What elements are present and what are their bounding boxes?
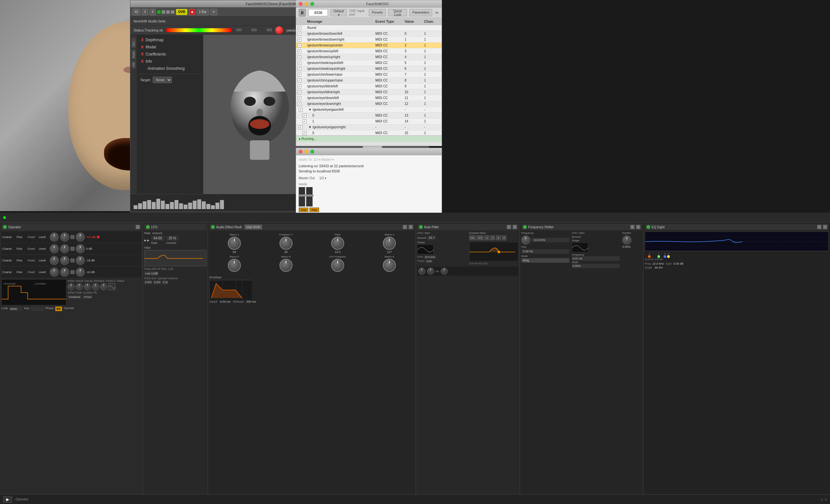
osc-row-checkbox[interactable]: ✓ [297, 85, 301, 88]
audio-fx-close[interactable]: × [403, 225, 407, 229]
presets-btn[interactable]: Presets [369, 9, 386, 16]
band2-dot[interactable] [658, 255, 660, 258]
send-fader-2[interactable] [306, 187, 313, 206]
port-input[interactable] [309, 9, 328, 16]
fine-knob-4[interactable] [60, 268, 69, 277]
fixed-check-1[interactable] [70, 235, 74, 239]
osc-row-checkbox[interactable]: ✓ [297, 102, 301, 106]
af-knob-3[interactable] [441, 268, 448, 275]
animation-smoothing-item[interactable]: Animation Smoothing [138, 65, 201, 72]
osc-row-checkbox[interactable]: ✓ [297, 43, 301, 47]
toolbar-num2[interactable]: 4 [142, 9, 148, 15]
freq-shifter-close2[interactable]: × [636, 225, 640, 229]
osc-row-checkbox[interactable]: ✓ [299, 108, 302, 112]
audio-fx-power[interactable] [211, 225, 215, 229]
beat-1-btn[interactable]: 1 [484, 235, 489, 240]
osc-table-body[interactable]: ✓/found✓/gesture/brows/down/leftMIDI CC0… [296, 25, 442, 135]
osc-table-row[interactable]: ✓/gesture/chin/upper/raiseMIDI CC81 [296, 78, 442, 83]
init-knob[interactable] [68, 283, 75, 290]
ovr-button[interactable]: OVR [176, 9, 188, 15]
osc-row-checkbox[interactable]: ✓ [302, 131, 307, 135]
auto-filter-power[interactable] [419, 225, 423, 229]
osc-table-row[interactable]: ✓0MIDI CC151 [296, 130, 442, 135]
post-btn-1[interactable]: Post [299, 207, 309, 212]
fader-2-handle[interactable] [306, 195, 314, 197]
osc-min-btn[interactable] [305, 2, 309, 6]
osc-row-checkbox[interactable]: ✓ [297, 49, 301, 53]
loop-select[interactable]: None [9, 307, 23, 311]
coarse-knob-4[interactable] [50, 268, 59, 277]
beat-0-5-btn[interactable]: 0.5 [477, 235, 484, 240]
osc-table-row[interactable]: ✓/gesture/eye/down/rightMIDI CC121 [296, 101, 442, 107]
parameters-btn[interactable]: Parameters [410, 9, 432, 16]
model-item[interactable]: X Model [138, 43, 201, 51]
osc-max-btn[interactable] [310, 2, 314, 6]
color-btn-green[interactable] [157, 10, 161, 14]
eq-eight-close2[interactable]: × [823, 225, 827, 229]
osc-table-row[interactable]: ✓▼ /gesture/eye/gaze/right--- [296, 124, 442, 130]
operator-close[interactable]: × [136, 225, 140, 229]
rate-value[interactable]: 64.00 [151, 236, 164, 241]
osc-table-row[interactable]: ✓/gesture/brows/up/rightMIDI CC41 [296, 54, 442, 60]
osc-table-row[interactable]: ✓/gesture/cheek/squint/rightMIDI CC61 [296, 66, 442, 72]
fs-mode-val[interactable]: Ring [521, 258, 569, 263]
osc-table-row[interactable]: ✓/gesture/brows/down/rightMIDI CC11 [296, 37, 442, 42]
color-btn-gray3[interactable] [170, 10, 174, 14]
osc-status-max-btn[interactable] [310, 150, 314, 154]
macro3-knob[interactable] [331, 237, 344, 250]
decay-knob[interactable] [84, 283, 91, 290]
osc-row-checkbox[interactable]: ✓ [297, 67, 301, 71]
default-select[interactable]: Default ▾ [330, 9, 347, 16]
coarse-knob-1[interactable] [50, 233, 59, 242]
af-knob-2[interactable] [427, 268, 434, 275]
osc-table-row[interactable]: ✓/gesture/eye/blink/rightMIDI CC101 [296, 89, 442, 95]
expand-btn[interactable]: ≫ [435, 10, 439, 15]
band3-dot[interactable] [664, 255, 666, 258]
fine-knob-3[interactable] [60, 256, 69, 265]
play-btn[interactable]: ▶ [3, 496, 12, 503]
osc-row-checkbox[interactable]: ✓ [297, 38, 301, 41]
pencil-button[interactable]: ✏ [210, 9, 217, 15]
level-knob-3[interactable] [76, 256, 85, 265]
band1-dot[interactable] [648, 255, 650, 258]
fs-freq-knob[interactable] [521, 235, 530, 244]
depthmap-item[interactable]: X Depthmap [138, 36, 201, 43]
beat-4-btn[interactable]: 4 [502, 235, 506, 240]
osc-table-row[interactable]: ✓/gesture/eye/down/leftMIDI CC111 [296, 95, 442, 101]
auto-filter-close2[interactable]: × [513, 225, 517, 229]
osc-table-row[interactable]: ✓/gesture/chin/lower/raiseMIDI CC71 [296, 72, 442, 78]
release-knob[interactable] [92, 283, 99, 290]
coarse-knob-2[interactable] [50, 244, 59, 253]
osc-row-checkbox[interactable]: ✓ [302, 114, 307, 117]
macro1-knob[interactable] [228, 237, 241, 250]
macro2-knob[interactable] [280, 237, 292, 250]
bar-button[interactable]: 1 Bar [197, 9, 209, 15]
filter-type[interactable]: Low 12dB [144, 271, 159, 276]
dis-tab[interactable]: Dis... [131, 38, 136, 48]
fixed-check-4[interactable] [70, 270, 74, 274]
map-mode-btn[interactable]: Map Mode [245, 225, 262, 229]
fixed-check-2[interactable] [70, 247, 74, 251]
ork-tab[interactable]: ork [131, 61, 136, 69]
macro6-knob[interactable] [280, 259, 292, 272]
osc-row-checkbox[interactable]: ✓ [297, 61, 301, 65]
record-button[interactable]: ■ [189, 9, 195, 15]
fader-1-handle[interactable] [298, 195, 306, 197]
level-knob-2[interactable] [76, 244, 85, 253]
osc-table-row[interactable]: ✓/gesture/brows/down/leftMIDI CC01 [296, 31, 442, 37]
osc-table-row[interactable]: ✓/found [296, 25, 442, 31]
osc-row-checkbox[interactable]: ✓ [299, 125, 302, 129]
osc-row-checkbox[interactable]: ✓ [297, 73, 301, 77]
post-btn-2[interactable]: Post [309, 207, 319, 212]
level-knob-1[interactable] [76, 233, 85, 242]
beat-3-btn[interactable]: 3 [496, 235, 501, 240]
send-fader-1[interactable] [299, 187, 305, 206]
osc-table-row[interactable]: ✓/gesture/eye/blink/leftMIDI CC91 [296, 83, 442, 89]
macro7-knob[interactable] [331, 259, 344, 272]
osc-row-checkbox[interactable]: ✓ [297, 90, 301, 94]
eq-eight-close[interactable]: × [817, 225, 821, 229]
lfo-power[interactable] [146, 225, 150, 229]
wave-selector[interactable] [108, 283, 115, 290]
osc-table-row[interactable]: ✓/gesture/brows/up/centerMIDI CC21 [296, 42, 442, 48]
osc-row-checkbox[interactable]: ✓ [297, 96, 301, 100]
